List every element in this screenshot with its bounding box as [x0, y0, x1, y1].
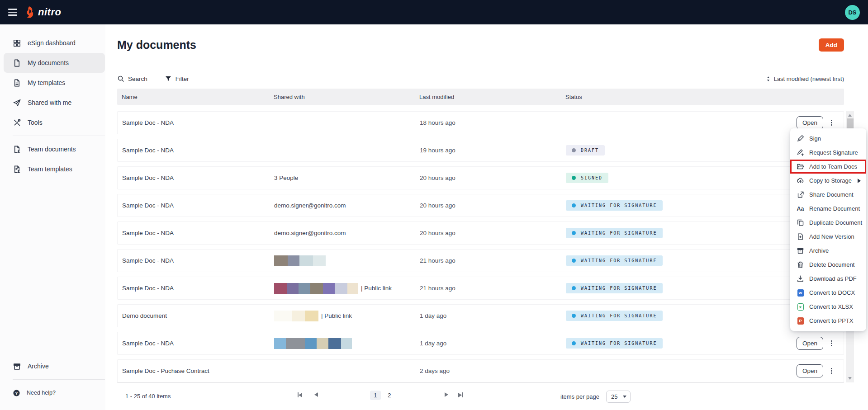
document-name: Demo document: [122, 312, 274, 319]
status-badge: SIGNED: [566, 173, 608, 183]
sidebar-item-team-documents[interactable]: Team documents: [4, 139, 105, 159]
sidebar-item-esign-dashboard[interactable]: eSign dashboard: [4, 33, 105, 53]
sidebar-item-shared-with-me[interactable]: Shared with me: [4, 93, 105, 113]
last-page-button[interactable]: [458, 392, 463, 397]
main-content: My documents Add Search Filter Last modi…: [105, 24, 868, 410]
last-modified: 20 hours ago: [420, 230, 566, 236]
submenu-arrow-icon: [858, 179, 861, 183]
first-page-button[interactable]: [298, 392, 302, 397]
last-modified: 20 hours ago: [420, 174, 566, 181]
status-dot-icon: [572, 176, 576, 180]
last-modified: 2 days ago: [420, 368, 566, 374]
menu-item-download-as-pdf[interactable]: Download as PDF: [790, 272, 866, 286]
table-row[interactable]: Sample Doc - NDA19 hours agoDRAFT: [117, 139, 844, 162]
open-button[interactable]: Open: [797, 364, 823, 377]
pen-plus-icon: [797, 149, 804, 156]
toolbar: Search Filter Last modified (newest firs…: [117, 72, 844, 85]
sidebar-item-my-documents[interactable]: My documents: [4, 53, 105, 73]
sidebar-item-label: eSign dashboard: [28, 39, 76, 47]
menu-item-label: Download as PDF: [809, 275, 857, 282]
add-button[interactable]: Add: [819, 38, 844, 52]
row-actions: Open: [797, 337, 844, 350]
menu-item-label: Delete Document: [809, 261, 854, 268]
download-icon: [797, 275, 804, 283]
menu-item-convert-to-xlsx[interactable]: xConvert to XLSX: [790, 300, 866, 314]
items-per-page-select[interactable]: 25: [606, 391, 631, 403]
menu-item-convert-to-pptx[interactable]: PConvert to PPTX: [790, 314, 866, 328]
menu-item-rename-document[interactable]: AaRename Document: [790, 202, 866, 216]
column-header-status[interactable]: Status: [565, 94, 844, 100]
column-header-name[interactable]: Name: [122, 94, 274, 100]
page-button-2[interactable]: 2: [384, 391, 395, 400]
sidebar-item-archive[interactable]: Archive: [4, 356, 105, 376]
search-icon: [117, 75, 124, 82]
nitro-logo[interactable]: nitro: [24, 5, 61, 19]
column-header-shared-with[interactable]: Shared with: [274, 94, 419, 100]
tools-icon: [13, 118, 21, 127]
table-header: Name Shared with Last modified Status: [117, 89, 844, 105]
kebab-menu-icon[interactable]: [828, 367, 835, 375]
table-body: Sample Doc - NDA18 hours agoOpenSample D…: [117, 111, 844, 382]
sort-control[interactable]: Last modified (newest first): [765, 75, 844, 82]
last-modified: 21 hours ago: [420, 257, 566, 264]
user-avatar[interactable]: DS: [845, 5, 860, 20]
dashboard-grid-icon: [13, 39, 21, 47]
menu-item-add-new-version[interactable]: Add New Version: [790, 230, 866, 244]
svg-text:?: ?: [15, 390, 18, 395]
page-button-1[interactable]: 1: [370, 391, 381, 400]
sidebar-item-need-help[interactable]: ? Need help?: [4, 383, 105, 403]
document-name: Sample Doc - NDA: [122, 230, 274, 236]
status-dot-icon: [572, 148, 576, 152]
filter-button[interactable]: Filter: [165, 75, 189, 82]
kebab-menu-icon[interactable]: [828, 119, 835, 127]
sidebar-item-team-templates[interactable]: Team templates: [4, 159, 105, 179]
shared-with-text: 3 People: [274, 174, 298, 181]
kebab-menu-icon[interactable]: [828, 339, 835, 347]
scroll-up-icon[interactable]: [848, 114, 852, 117]
table-row[interactable]: Sample Doc - Puchase Contract2 days agoO…: [117, 359, 844, 382]
scroll-down-icon[interactable]: [848, 377, 852, 380]
menu-item-sign[interactable]: Sign: [790, 132, 866, 146]
menu-item-copy-to-storage[interactable]: Copy to Storage: [790, 174, 866, 188]
menu-item-duplicate-document[interactable]: Duplicate Document: [790, 216, 866, 230]
caret-down-icon: [623, 396, 626, 398]
table-row[interactable]: Sample Doc - NDAdemo.signer@gonitro.com2…: [117, 221, 844, 245]
row-actions: Open: [797, 364, 844, 377]
xlsx-icon: x: [797, 303, 804, 311]
sidebar-item-label: Need help?: [27, 390, 56, 396]
nitro-flame-icon: [24, 5, 36, 19]
menu-item-share-document[interactable]: Share Document: [790, 188, 866, 202]
menu-item-request-signature[interactable]: Request Signature: [790, 146, 866, 160]
last-modified: 20 hours ago: [420, 202, 566, 209]
status-badge: WAITING FOR SIGNATURE: [566, 228, 663, 238]
sidebar-item-my-templates[interactable]: My templates: [4, 73, 105, 93]
menu-item-delete-document[interactable]: Delete Document: [790, 258, 866, 272]
sidebar-item-label: Tools: [28, 119, 43, 126]
table-row[interactable]: Sample Doc - NDA1 day agoWAITING FOR SIG…: [117, 332, 844, 355]
share-icon: [797, 191, 804, 198]
previous-page-button[interactable]: [314, 392, 318, 397]
table-row[interactable]: Demo document| Public link1 day agoWAITI…: [117, 304, 844, 327]
menu-item-archive[interactable]: Archive: [790, 244, 866, 258]
last-modified: 19 hours ago: [420, 147, 566, 154]
sort-label: Last modified (newest first): [774, 75, 844, 82]
hamburger-menu-icon[interactable]: [8, 9, 17, 15]
table-row[interactable]: Sample Doc - NDA| Public link21 hours ag…: [117, 277, 844, 300]
table-row[interactable]: Sample Doc - NDA18 hours agoOpen: [117, 111, 844, 134]
next-page-button[interactable]: [445, 392, 448, 397]
menu-item-add-to-team-docs[interactable]: Add to Team Docs: [790, 160, 866, 174]
column-header-last-modified[interactable]: Last modified: [419, 94, 565, 100]
status-text: WAITING FOR SIGNATURE: [581, 286, 657, 291]
search-button[interactable]: Search: [117, 75, 147, 82]
row-actions: Open: [797, 116, 844, 129]
sidebar-item-tools[interactable]: Tools: [4, 113, 105, 132]
table-row[interactable]: Sample Doc - NDA21 hours agoWAITING FOR …: [117, 249, 844, 272]
sidebar-divider: [13, 136, 105, 136]
open-button[interactable]: Open: [797, 116, 823, 129]
table-row[interactable]: Sample Doc - NDAdemo.signer@gonitro.com2…: [117, 194, 844, 217]
status-text: WAITING FOR SIGNATURE: [581, 258, 657, 263]
open-button[interactable]: Open: [797, 337, 823, 350]
menu-item-convert-to-docx[interactable]: wConvert to DOCX: [790, 286, 866, 300]
status-dot-icon: [572, 341, 576, 345]
table-row[interactable]: Sample Doc - NDA3 People20 hours agoSIGN…: [117, 166, 844, 189]
